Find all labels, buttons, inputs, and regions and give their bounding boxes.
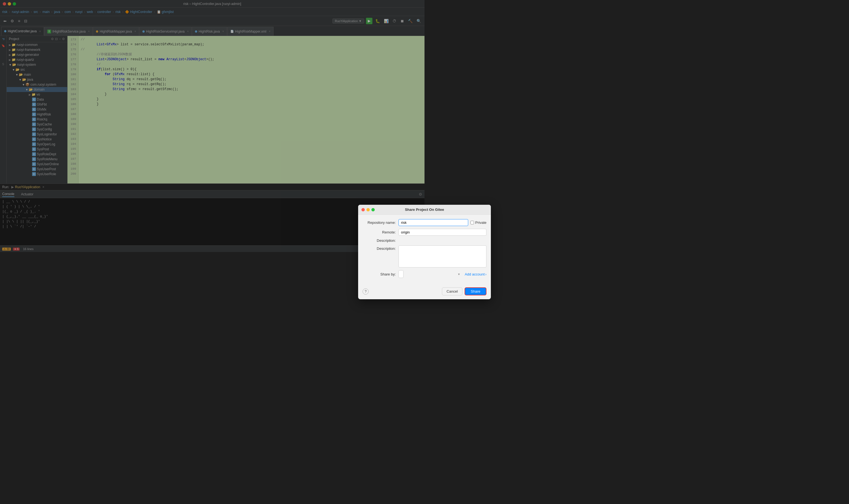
description-top-label: Description: (363, 238, 399, 242)
dialog-traffic-lights (361, 208, 375, 211)
description-top-row: Description: (363, 238, 424, 242)
dialog-close-btn[interactable] (361, 208, 365, 211)
repo-name-label: Repository name: (363, 220, 399, 224)
repository-name-row: Repository name: Private (363, 219, 424, 226)
dialog-body: Repository name: Private Remote: Descrip… (358, 215, 424, 252)
dialog-title-bar: Share Project On Gitee (358, 205, 424, 215)
dialog-title: Share Project On Gitee (405, 208, 424, 212)
repository-name-input[interactable] (399, 219, 424, 226)
share-dialog: Share Project On Gitee Repository name: … (358, 205, 424, 252)
description-row: Description: (363, 245, 424, 252)
description-textarea[interactable] (399, 245, 424, 252)
remote-input[interactable] (399, 229, 424, 236)
description-label: Description: (363, 245, 399, 251)
remote-label: Remote: (363, 230, 399, 234)
dialog-overlay: Share Project On Gitee Repository name: … (0, 0, 424, 252)
dialog-minimize-btn[interactable] (366, 208, 370, 211)
dialog-maximize-btn[interactable] (371, 208, 375, 211)
remote-row: Remote: (363, 229, 424, 236)
